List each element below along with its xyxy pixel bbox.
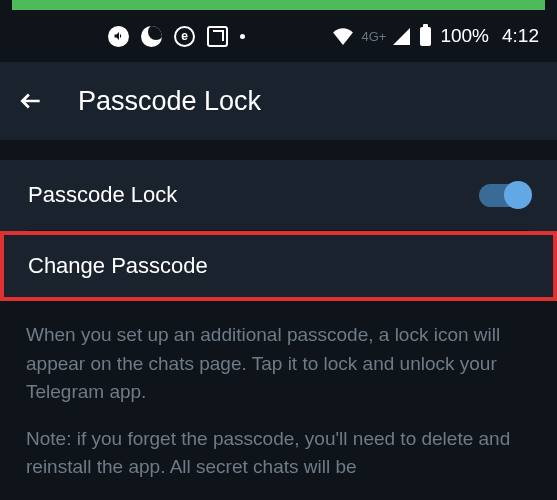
app-e-icon: e <box>174 26 195 47</box>
wifi-icon <box>332 27 354 45</box>
help-text: When you set up an additional passcode, … <box>0 301 557 482</box>
network-label: 4G+ <box>361 29 386 44</box>
battery-icon <box>420 27 431 46</box>
passcode-lock-row[interactable]: Passcode Lock <box>0 160 557 230</box>
signal-icon <box>393 28 410 45</box>
battery-percentage: 100% <box>440 25 489 47</box>
toggle-knob <box>504 181 532 209</box>
clock: 4:12 <box>502 25 539 47</box>
help-paragraph-2: Note: if you forget the passcode, you'll… <box>26 425 531 482</box>
app-square-icon <box>207 26 228 47</box>
passcode-lock-label: Passcode Lock <box>28 182 177 208</box>
passcode-lock-toggle[interactable] <box>479 184 529 207</box>
settings-content: Passcode Lock Change Passcode <box>0 160 557 301</box>
sound-icon <box>108 26 129 47</box>
help-paragraph-1: When you set up an additional passcode, … <box>26 321 531 407</box>
status-right: 4G+ 100% 4:12 <box>332 25 539 47</box>
top-accent-bar <box>12 0 545 10</box>
change-passcode-label: Change Passcode <box>28 253 208 279</box>
status-bar: e 4G+ 100% 4:12 <box>0 10 557 62</box>
status-left: e <box>18 26 245 47</box>
more-dot-icon <box>240 34 245 39</box>
moon-icon <box>141 26 162 47</box>
change-passcode-row[interactable]: Change Passcode <box>0 231 557 301</box>
arrow-left-icon <box>18 88 44 114</box>
page-title: Passcode Lock <box>78 86 261 117</box>
back-button[interactable] <box>18 88 44 114</box>
app-bar: Passcode Lock <box>0 62 557 140</box>
